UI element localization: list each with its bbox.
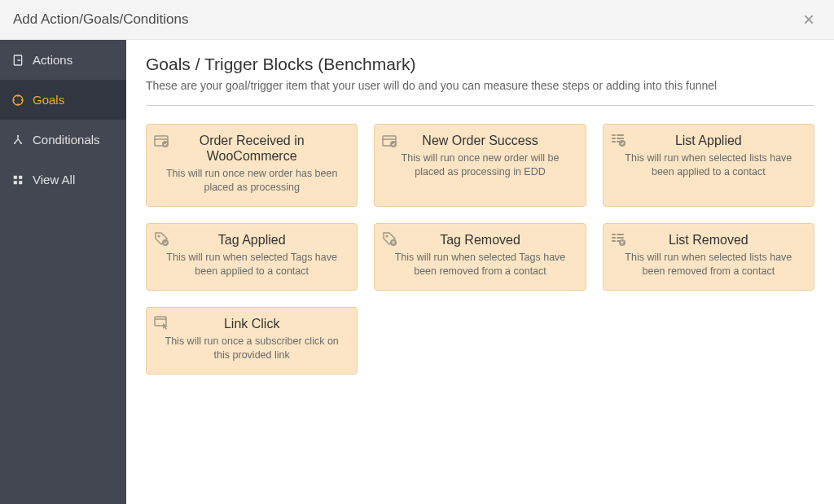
grid-icon — [11, 173, 24, 186]
trigger-card[interactable]: Tag AppliedThis will run when selected T… — [146, 223, 358, 291]
sidebar: Actions Goals — [0, 40, 126, 504]
card-description: This will run once new order has been pl… — [158, 167, 345, 195]
card-title: Tag Applied — [158, 232, 345, 248]
trigger-card[interactable]: New Order SuccessThis will run once new … — [374, 124, 586, 207]
list-remove-icon — [610, 230, 626, 247]
card-title: List Removed — [615, 232, 802, 248]
sidebar-item-label: Goals — [33, 93, 64, 107]
card-title: List Applied — [615, 133, 802, 148]
sidebar-item-goals[interactable]: Goals — [0, 80, 126, 120]
card-title: New Order Success — [386, 133, 573, 148]
branch-icon — [11, 134, 24, 147]
content-title: Goals / Trigger Blocks (Benchmark) — [146, 55, 814, 74]
sidebar-item-label: Conditionals — [33, 133, 100, 147]
cards-grid: Order Received in WooCommerceThis will r… — [146, 124, 814, 375]
trigger-card[interactable]: Tag RemovedThis will run when selected T… — [374, 223, 586, 291]
trigger-card[interactable]: Order Received in WooCommerceThis will r… — [146, 124, 358, 207]
order-icon — [153, 131, 169, 147]
close-icon: × — [803, 8, 814, 30]
tag-remove-icon — [381, 230, 397, 247]
sidebar-item-label: Actions — [33, 53, 72, 67]
sidebar-item-actions[interactable]: Actions — [0, 40, 126, 80]
card-title: Link Click — [158, 316, 345, 331]
tag-check-icon — [153, 230, 169, 247]
link-click-icon — [153, 314, 169, 331]
card-description: This will run when selected lists have b… — [615, 151, 802, 179]
sidebar-item-conditionals[interactable]: Conditionals — [0, 120, 126, 160]
card-description: This will run once a subscriber click on… — [158, 335, 345, 362]
card-description: This will run when selected lists have b… — [615, 251, 802, 278]
document-icon — [11, 54, 24, 67]
svg-rect-9 — [19, 181, 22, 184]
card-title: Order Received in WooCommerce — [158, 133, 345, 164]
svg-point-3 — [17, 134, 19, 136]
trigger-card[interactable]: Link ClickThis will run once a subscribe… — [146, 307, 358, 375]
card-description: This will run when selected Tags have be… — [158, 251, 345, 278]
close-button[interactable]: × — [797, 10, 821, 29]
svg-rect-8 — [14, 181, 17, 184]
svg-rect-7 — [19, 175, 22, 178]
modal: Add Action/Goals/Conditions × Actions — [0, 0, 834, 504]
sidebar-item-view-all[interactable]: View All — [0, 160, 126, 199]
divider — [146, 105, 814, 106]
sidebar-item-label: View All — [33, 173, 75, 186]
modal-body: Actions Goals — [0, 40, 834, 504]
svg-point-4 — [14, 142, 15, 144]
modal-title: Add Action/Goals/Conditions — [13, 11, 188, 28]
svg-point-5 — [20, 142, 22, 144]
svg-rect-6 — [14, 175, 17, 178]
content-panel: Goals / Trigger Blocks (Benchmark) These… — [126, 40, 834, 504]
trigger-card[interactable]: List AppliedThis will run when selected … — [603, 124, 814, 207]
card-title: Tag Removed — [386, 232, 573, 248]
card-description: This will run once new order will be pla… — [386, 151, 573, 179]
card-description: This will run when selected Tags have be… — [386, 251, 573, 278]
content-subtitle: These are your goal/trigger item that yo… — [146, 79, 814, 92]
trigger-card[interactable]: List RemovedThis will run when selected … — [603, 223, 814, 291]
target-icon — [11, 94, 24, 107]
list-check-icon — [610, 131, 626, 147]
modal-header: Add Action/Goals/Conditions × — [0, 0, 834, 40]
order-icon — [381, 131, 397, 147]
